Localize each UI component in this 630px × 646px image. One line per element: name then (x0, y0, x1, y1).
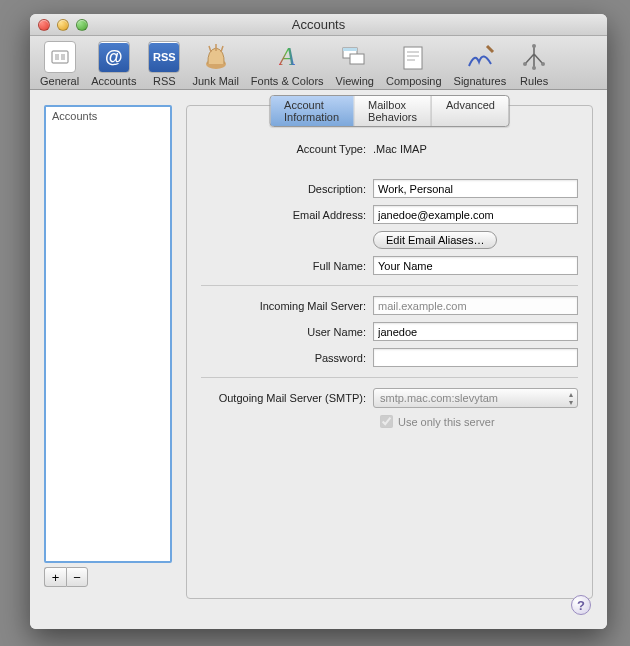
tab-mailbox-behaviors[interactable]: Mailbox Behaviors (354, 96, 432, 126)
svg-rect-1 (55, 54, 59, 60)
signature-icon (464, 41, 496, 73)
toolbar-label: Composing (386, 75, 442, 87)
chevron-updown-icon: ▴▾ (569, 391, 573, 407)
remove-button[interactable]: − (66, 567, 88, 587)
account-form: Account Type: .Mac IMAP Description: Ema… (201, 136, 578, 428)
incoming-label: Incoming Mail Server: (201, 300, 373, 312)
svg-point-14 (541, 62, 545, 66)
add-remove-controls: + − (44, 567, 88, 587)
switch-icon (44, 41, 76, 73)
separator (201, 377, 578, 378)
description-label: Description: (201, 183, 373, 195)
smtp-label: Outgoing Mail Server (SMTP): (201, 392, 373, 404)
svg-rect-0 (52, 51, 68, 63)
smtp-value: smtp.mac.com:slevytam (380, 392, 498, 404)
preferences-window: Accounts General @ Accounts RSS RSS Junk… (30, 14, 607, 629)
toolbar-viewing[interactable]: Viewing (330, 41, 380, 87)
account-type-value: .Mac IMAP (373, 143, 578, 155)
toolbar-junk[interactable]: Junk Mail (186, 41, 244, 87)
titlebar: Accounts (30, 14, 607, 36)
svg-rect-7 (404, 47, 422, 69)
toolbar-general[interactable]: General (34, 41, 85, 87)
toolbar-label: RSS (153, 75, 176, 87)
username-label: User Name: (201, 326, 373, 338)
svg-rect-2 (61, 54, 65, 60)
fonts-icon: A (271, 41, 303, 73)
add-button[interactable]: + (44, 567, 66, 587)
description-input[interactable] (373, 179, 578, 198)
toolbar-label: Fonts & Colors (251, 75, 324, 87)
toolbar-fonts[interactable]: A Fonts & Colors (245, 41, 330, 87)
window-title: Accounts (30, 17, 607, 32)
sidebar-header: Accounts (46, 107, 170, 125)
edit-aliases-button[interactable]: Edit Email Aliases… (373, 231, 497, 249)
password-input[interactable] (373, 348, 578, 367)
use-only-checkbox[interactable] (380, 415, 393, 428)
toolbar-signatures[interactable]: Signatures (448, 41, 513, 87)
tab-advanced[interactable]: Advanced (432, 96, 509, 126)
fullname-input[interactable] (373, 256, 578, 275)
svg-point-15 (532, 66, 536, 70)
account-panel: Account Information Mailbox Behaviors Ad… (186, 105, 593, 599)
toolbar-label: Rules (520, 75, 548, 87)
toolbar-label: Signatures (454, 75, 507, 87)
toolbar-accounts[interactable]: @ Accounts (85, 41, 142, 87)
at-icon: @ (98, 41, 130, 73)
composing-icon (398, 41, 430, 73)
rules-icon (518, 41, 550, 73)
content: Accounts + − Account Information Mailbox… (30, 91, 607, 629)
toolbar-label: Accounts (91, 75, 136, 87)
rss-icon: RSS (148, 41, 180, 73)
account-type-label: Account Type: (201, 143, 373, 155)
svg-point-13 (523, 62, 527, 66)
panel-tabs: Account Information Mailbox Behaviors Ad… (269, 95, 510, 127)
svg-line-11 (487, 46, 493, 52)
toolbar-label: Viewing (336, 75, 374, 87)
toolbar: General @ Accounts RSS RSS Junk Mail A F… (30, 36, 607, 90)
svg-rect-6 (343, 48, 357, 51)
email-label: Email Address: (201, 209, 373, 221)
junk-icon (200, 41, 232, 73)
svg-rect-5 (350, 54, 364, 64)
viewing-icon (339, 41, 371, 73)
tab-account-information[interactable]: Account Information (270, 96, 354, 126)
help-button[interactable]: ? (571, 595, 591, 615)
separator (201, 285, 578, 286)
smtp-select[interactable]: smtp.mac.com:slevytam ▴▾ (373, 388, 578, 408)
fullname-label: Full Name: (201, 260, 373, 272)
toolbar-rules[interactable]: Rules (512, 41, 556, 87)
use-only-label: Use only this server (398, 416, 495, 428)
toolbar-label: General (40, 75, 79, 87)
username-input[interactable] (373, 322, 578, 341)
accounts-sidebar[interactable]: Accounts (44, 105, 172, 563)
toolbar-label: Junk Mail (192, 75, 238, 87)
email-input[interactable] (373, 205, 578, 224)
toolbar-composing[interactable]: Composing (380, 41, 448, 87)
password-label: Password: (201, 352, 373, 364)
toolbar-rss[interactable]: RSS RSS (142, 41, 186, 87)
incoming-input[interactable] (373, 296, 578, 315)
use-only-row: Use only this server (380, 415, 578, 428)
svg-point-12 (532, 44, 536, 48)
